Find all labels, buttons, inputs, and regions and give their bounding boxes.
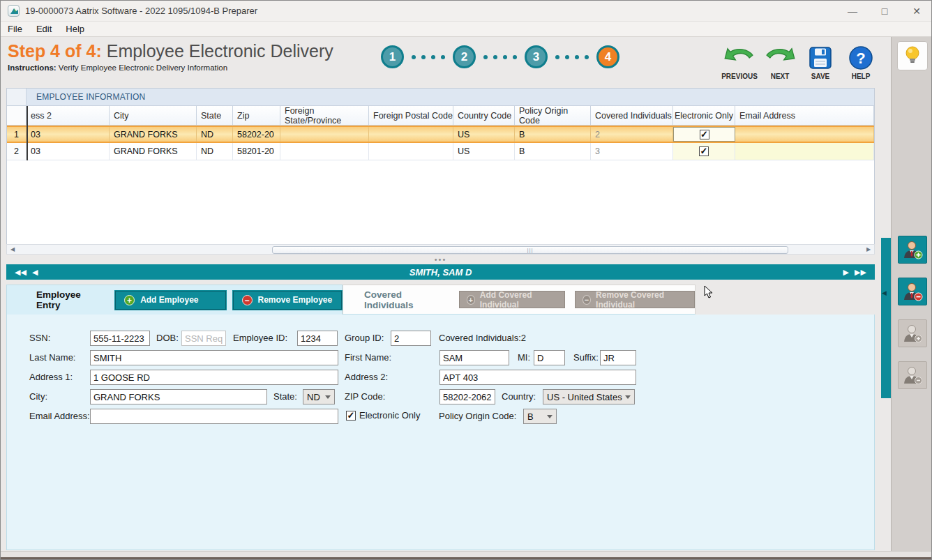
cell-policy-origin[interactable]: B bbox=[515, 127, 591, 142]
cell-foreign-postal[interactable] bbox=[369, 143, 453, 160]
step-label: Step 4 of 4: bbox=[8, 41, 102, 61]
add-employee-side-button[interactable] bbox=[898, 236, 927, 264]
next-record-icon[interactable]: ▶ bbox=[843, 268, 849, 277]
scroll-left-icon[interactable]: ◀ bbox=[7, 246, 18, 252]
address1-label: Address 1: bbox=[29, 372, 73, 382]
cell-state[interactable]: ND bbox=[197, 127, 233, 142]
cell-zip[interactable]: 58201-20 bbox=[233, 143, 280, 160]
address2-field[interactable] bbox=[439, 370, 636, 385]
address1-field[interactable] bbox=[90, 370, 338, 385]
policy-origin-dropdown[interactable]: B bbox=[523, 409, 557, 424]
panel-splitter[interactable]: ◀ bbox=[881, 238, 891, 398]
column-header-state[interactable]: State bbox=[197, 106, 233, 125]
first-name-field[interactable] bbox=[439, 350, 509, 365]
dob-field[interactable] bbox=[181, 331, 226, 346]
previous-button[interactable]: PREVIOUS bbox=[719, 40, 760, 80]
column-header-zip[interactable]: Zip bbox=[233, 106, 280, 125]
menu-help[interactable]: Help bbox=[59, 22, 91, 36]
collapse-arrow-icon[interactable]: ◀ bbox=[882, 289, 887, 296]
employee-entry-tab-label[interactable]: Employee Entry bbox=[36, 289, 103, 310]
cell-city[interactable]: GRAND FORKS bbox=[110, 127, 197, 142]
help-button[interactable]: ? HELP bbox=[841, 40, 881, 80]
remove-covered-individual-button[interactable]: − Remove Covered Individual bbox=[575, 291, 695, 308]
zip-field[interactable] bbox=[439, 389, 495, 404]
column-header-covered-individuals[interactable]: Covered Individuals bbox=[591, 106, 673, 125]
cell-foreign-postal[interactable] bbox=[369, 127, 453, 142]
employee-entry-panel: SSN: DOB: Employee ID: Group ID: Covered… bbox=[6, 315, 875, 550]
cell-electronic-only[interactable] bbox=[673, 143, 735, 160]
country-dropdown[interactable]: US - United States bbox=[543, 389, 635, 404]
covered-individuals-tab-label[interactable]: Covered Individuals bbox=[364, 289, 439, 310]
electronic-only-checkbox[interactable] bbox=[699, 146, 709, 156]
column-header-policy-origin[interactable]: Policy Origin Code bbox=[515, 106, 591, 125]
scroll-right-icon[interactable]: ▶ bbox=[863, 246, 874, 252]
tab-covered-individuals[interactable]: Covered Individuals + Add Covered Indivi… bbox=[343, 285, 696, 315]
remove-covered-individual-side-button[interactable] bbox=[898, 361, 927, 389]
table-row[interactable]: 2 03 GRAND FORKS ND 58201-20 US B 3 bbox=[7, 143, 874, 160]
group-id-field[interactable] bbox=[391, 331, 431, 346]
ssn-field[interactable] bbox=[90, 331, 150, 346]
add-covered-individual-button[interactable]: + Add Covered Individual bbox=[459, 291, 565, 308]
remove-employee-side-button[interactable] bbox=[898, 278, 927, 305]
cell-covered-individuals[interactable]: 2 bbox=[591, 127, 673, 142]
suffix-field[interactable] bbox=[600, 350, 636, 365]
minimize-button[interactable]: — bbox=[836, 1, 869, 21]
next-button[interactable]: NEXT bbox=[760, 40, 800, 80]
column-header-country-code[interactable]: Country Code bbox=[453, 106, 515, 125]
step-dots bbox=[553, 55, 592, 59]
cell-electronic-only[interactable] bbox=[673, 127, 735, 142]
step-4-indicator: 4 bbox=[596, 45, 619, 68]
cell-city[interactable]: GRAND FORKS bbox=[110, 143, 197, 160]
mi-field[interactable] bbox=[534, 350, 565, 365]
column-header-rownum[interactable] bbox=[7, 106, 27, 125]
previous-record-icon[interactable]: ◀ bbox=[32, 268, 38, 277]
add-employee-button[interactable]: + Add Employee bbox=[115, 291, 225, 310]
cell-country-code[interactable]: US bbox=[453, 143, 515, 160]
save-button[interactable]: SAVE bbox=[800, 40, 841, 80]
cell-covered-individuals[interactable]: 3 bbox=[591, 143, 673, 160]
column-header-foreign-postal[interactable]: Foreign Postal Code bbox=[369, 106, 453, 125]
last-name-field[interactable] bbox=[90, 350, 338, 365]
menu-edit[interactable]: Edit bbox=[29, 22, 59, 36]
column-header-city[interactable]: City bbox=[110, 106, 197, 125]
hint-lightbulb-button[interactable] bbox=[897, 41, 928, 70]
splitter-grip-icon[interactable]: ••• bbox=[6, 256, 875, 263]
column-header-electronic-only[interactable]: Electronic Only bbox=[673, 106, 735, 125]
city-field[interactable] bbox=[90, 389, 267, 404]
scrollbar-thumb[interactable]: ||| bbox=[272, 246, 788, 254]
grid-group-header: EMPLOYEE INFORMATION bbox=[7, 89, 874, 106]
electronic-only-checkbox[interactable] bbox=[346, 411, 356, 421]
add-covered-individual-side-button[interactable] bbox=[898, 319, 927, 347]
cell-zip[interactable]: 58202-20 bbox=[233, 127, 280, 142]
cell-email[interactable] bbox=[735, 143, 874, 160]
cell-state[interactable]: ND bbox=[197, 143, 233, 160]
menu-file[interactable]: File bbox=[1, 22, 29, 36]
cell-policy-origin[interactable]: B bbox=[515, 143, 591, 160]
column-header-foreign-state[interactable]: Foreign State/Province bbox=[280, 106, 369, 125]
remove-employee-button[interactable]: − Remove Employee bbox=[233, 291, 343, 310]
state-dropdown[interactable]: ND bbox=[303, 389, 335, 404]
grid-horizontal-scrollbar[interactable]: ◀ ▶ ||| bbox=[6, 244, 875, 255]
cell-address2[interactable]: 03 bbox=[27, 143, 110, 160]
electronic-only-checkbox[interactable] bbox=[700, 130, 709, 139]
employee-id-field[interactable] bbox=[297, 331, 338, 346]
cell-country-code[interactable]: US bbox=[453, 127, 515, 142]
column-header-address2[interactable]: ess 2 bbox=[27, 106, 110, 125]
cell-foreign-state[interactable] bbox=[280, 127, 369, 142]
first-record-icon[interactable]: ◀◀ bbox=[15, 268, 27, 277]
cell-email[interactable] bbox=[735, 127, 874, 142]
cell-address2[interactable]: 03 bbox=[27, 127, 110, 142]
tab-employee-entry[interactable]: Employee Entry + Add Employee − Remove E… bbox=[6, 285, 343, 315]
email-field[interactable] bbox=[90, 409, 338, 424]
maximize-button[interactable]: □ bbox=[869, 1, 901, 21]
close-button[interactable]: ✕ bbox=[901, 1, 932, 21]
last-record-icon[interactable]: ▶▶ bbox=[855, 268, 866, 277]
address2-label: Address 2: bbox=[345, 372, 388, 382]
email-label: Email Address: bbox=[29, 411, 90, 421]
column-header-email[interactable]: Email Address bbox=[735, 106, 874, 125]
grid-empty-area bbox=[7, 160, 874, 244]
step-dots bbox=[409, 55, 448, 59]
electronic-only-toggle[interactable]: Electronic Only bbox=[346, 410, 420, 421]
table-row[interactable]: 1 03 GRAND FORKS ND 58202-20 US B 2 bbox=[7, 126, 874, 143]
cell-foreign-state[interactable] bbox=[280, 143, 369, 160]
